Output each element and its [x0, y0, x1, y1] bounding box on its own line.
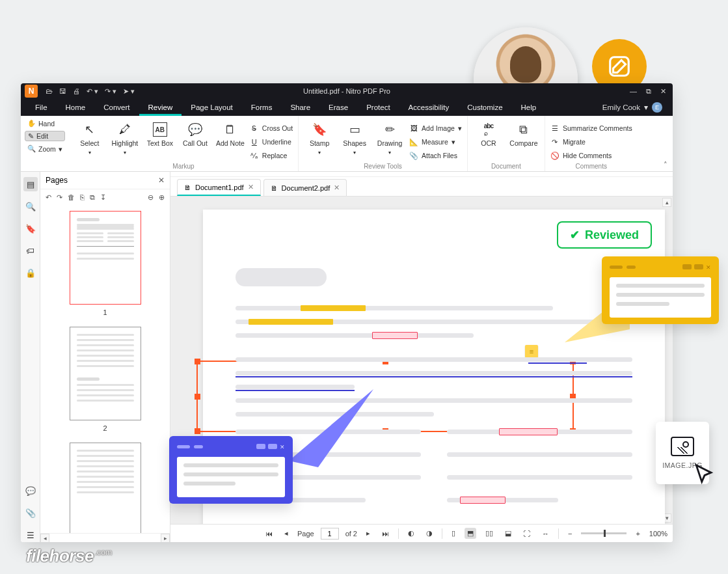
- page-total-label: of 2: [345, 530, 357, 538]
- hide-comments-button[interactable]: 🚫Hide Comments: [550, 150, 632, 161]
- strikethrough-icon: S̶: [250, 124, 259, 133]
- close-panel-icon[interactable]: ✕: [158, 176, 165, 185]
- scroll-right-icon[interactable]: ▸: [161, 534, 170, 542]
- fullscreen-icon[interactable]: ⛶: [520, 530, 533, 538]
- close-tab-icon[interactable]: ✕: [248, 183, 254, 191]
- copy-page-icon[interactable]: ⧉: [90, 193, 95, 202]
- edit-tool-button[interactable]: ✎Edit: [25, 131, 65, 141]
- sticky-note-icon[interactable]: ≡: [525, 345, 538, 358]
- document-tab-2[interactable]: 🗎 Document2.pdf ✕: [263, 179, 347, 196]
- page-number-input[interactable]: [321, 528, 339, 540]
- continuous-view-icon[interactable]: ⬒: [465, 528, 476, 539]
- nav-forward-icon[interactable]: ◑: [424, 529, 435, 538]
- text-box-button[interactable]: ABText Box: [144, 120, 176, 147]
- rotate-left-icon[interactable]: ↶: [46, 193, 51, 202]
- delete-page-icon[interactable]: 🗑: [68, 193, 75, 202]
- tag-icon[interactable]: 🏷: [23, 243, 38, 258]
- thumbnail-label-1: 1: [53, 308, 157, 316]
- nav-back-icon[interactable]: ◐: [405, 529, 417, 538]
- first-page-icon[interactable]: ⏮: [263, 530, 275, 538]
- zoom-in-icon[interactable]: +: [633, 530, 642, 538]
- add-image-button[interactable]: 🖼Add Image ▾: [409, 122, 462, 134]
- zoom-out-thumb-icon[interactable]: ⊖: [148, 193, 154, 202]
- comment-icon[interactable]: 💬: [23, 484, 38, 498]
- menu-forms[interactable]: Forms: [242, 99, 282, 116]
- scroll-up-icon[interactable]: ▴: [662, 198, 671, 207]
- highlight-button[interactable]: 🖍Highlight▾: [109, 120, 141, 156]
- drawing-button[interactable]: ✏Drawing▾: [374, 120, 405, 156]
- facing-view-icon[interactable]: ▯▯: [483, 529, 496, 538]
- shapes-button[interactable]: ▭Shapes▾: [339, 120, 370, 156]
- attachment-icon[interactable]: 📎: [23, 506, 38, 520]
- ribbon-group-markup: ↖Select▾ 🖍Highlight▾ ABText Box 💬Call Ou…: [69, 116, 299, 171]
- menu-share[interactable]: Share: [281, 99, 319, 116]
- prev-page-icon[interactable]: ◂: [282, 529, 291, 538]
- save-icon[interactable]: 🖫: [59, 87, 66, 96]
- comment-popup-yellow[interactable]: ✕: [602, 256, 719, 324]
- underline-button[interactable]: UUnderline: [250, 136, 293, 148]
- single-page-view-icon[interactable]: ▯: [449, 529, 458, 538]
- page-thumbnail-2[interactable]: [70, 327, 141, 420]
- ocr-button[interactable]: abc⌕OCR: [473, 120, 504, 147]
- cross-out-button[interactable]: S̶Cross Out: [250, 122, 293, 134]
- document-tab-1[interactable]: 🗎 Document1.pdf ✕: [177, 179, 261, 196]
- fit-width-icon[interactable]: ↔: [539, 530, 552, 538]
- menu-file[interactable]: File: [26, 99, 57, 116]
- lock-icon[interactable]: 🔒: [23, 266, 38, 280]
- menu-review[interactable]: Review: [139, 99, 182, 116]
- select-button[interactable]: ↖Select▾: [74, 120, 105, 156]
- underline-icon: U: [250, 138, 259, 146]
- bookmark-icon[interactable]: 🔖: [23, 221, 38, 236]
- menu-help[interactable]: Help: [512, 99, 546, 116]
- panel-title: Pages: [46, 176, 68, 185]
- thumbnail-list[interactable]: 1 2: [40, 206, 170, 533]
- maximize-icon[interactable]: ⧉: [646, 87, 651, 96]
- comment-popup-blue[interactable]: ✕: [169, 436, 293, 504]
- menu-home[interactable]: Home: [57, 99, 95, 116]
- open-icon[interactable]: 🗁: [46, 87, 53, 96]
- menu-convert[interactable]: Convert: [94, 99, 139, 116]
- pointer-tool-icon[interactable]: ➤ ▾: [123, 87, 135, 96]
- hand-tool-button[interactable]: ✋Hand: [25, 118, 65, 128]
- zoom-tool-button[interactable]: 🔍Zoom ▾: [25, 144, 65, 154]
- attach-files-button[interactable]: 📎Attach Files: [409, 150, 462, 161]
- print-icon[interactable]: 🖨: [73, 87, 80, 96]
- menu-protect[interactable]: Protect: [357, 99, 399, 116]
- form-icon[interactable]: ☰: [23, 528, 38, 542]
- scroll-left-icon[interactable]: ◂: [40, 534, 49, 542]
- menu-customize[interactable]: Customize: [458, 99, 511, 116]
- menu-erase[interactable]: Erase: [319, 99, 357, 116]
- pages-panel-icon[interactable]: ▤: [23, 177, 38, 191]
- menu-accessibility[interactable]: Accessibility: [399, 99, 459, 116]
- page-thumbnail-1[interactable]: [70, 211, 141, 305]
- reviewed-stamp[interactable]: ✔ Reviewed: [557, 221, 652, 249]
- close-window-icon[interactable]: ✕: [660, 87, 666, 96]
- user-menu[interactable]: Emily Cook ▾ E: [602, 102, 667, 113]
- replace-button[interactable]: ᴬ⁄ₐReplace: [250, 150, 293, 161]
- redo-icon[interactable]: ↷ ▾: [105, 87, 116, 96]
- facing-continuous-view-icon[interactable]: ⬓: [502, 529, 514, 538]
- stamp-button[interactable]: 🔖Stamp▾: [304, 120, 335, 156]
- menu-page-layout[interactable]: Page Layout: [182, 99, 242, 116]
- zoom-in-thumb-icon[interactable]: ⊕: [159, 193, 165, 202]
- add-note-button[interactable]: 🗒Add Note: [215, 120, 246, 147]
- next-page-icon[interactable]: ▸: [364, 529, 373, 538]
- undo-icon[interactable]: ↶ ▾: [87, 87, 98, 96]
- cursor-icon: ↖: [85, 122, 94, 137]
- page-thumbnail-3[interactable]: [70, 443, 141, 533]
- compare-button[interactable]: ⧉Compare: [508, 120, 539, 147]
- search-icon[interactable]: 🔍: [23, 199, 38, 213]
- close-tab-icon[interactable]: ✕: [334, 184, 340, 192]
- zoom-out-icon[interactable]: −: [565, 530, 574, 538]
- insert-page-icon[interactable]: ⎘: [80, 193, 85, 202]
- measure-button[interactable]: 📐Measure ▾: [409, 136, 462, 148]
- migrate-button[interactable]: ↷Migrate: [550, 136, 632, 148]
- last-page-icon[interactable]: ⏭: [379, 530, 392, 538]
- extract-page-icon[interactable]: ↧: [100, 193, 106, 202]
- call-out-button[interactable]: 💬Call Out: [180, 120, 211, 147]
- summarize-comments-button[interactable]: ☰Summarize Comments: [550, 122, 632, 134]
- rotate-right-icon[interactable]: ↷: [57, 193, 62, 202]
- collapse-ribbon-icon[interactable]: ˄: [664, 161, 667, 169]
- zoom-slider[interactable]: [581, 532, 627, 534]
- minimize-icon[interactable]: —: [630, 87, 637, 96]
